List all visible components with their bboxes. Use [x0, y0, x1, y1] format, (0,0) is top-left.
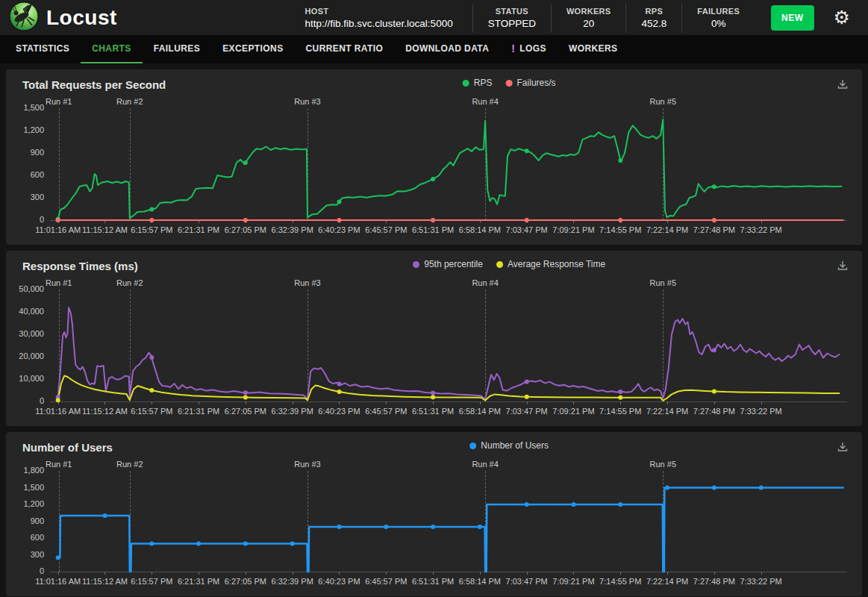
x-axis-label: 6:45:57 PM	[365, 407, 407, 416]
x-axis-label: 11:01:16 AM	[35, 577, 81, 586]
tab-charts[interactable]: CHARTS	[81, 35, 142, 63]
header-stats: STATUSSTOPPEDWORKERS20RPS452.8FAILURES0%	[472, 4, 755, 32]
axis-tick	[480, 401, 481, 404]
run-label: Run #4	[472, 97, 498, 106]
x-axis-label: 6:27:05 PM	[225, 577, 266, 586]
tab-exceptions[interactable]: EXCEPTIONS	[211, 35, 294, 63]
series-marker	[196, 542, 201, 546]
axis-tick	[386, 401, 387, 404]
x-axis-label: 6:51:31 PM	[412, 577, 454, 586]
x-axis-label: 7:27:48 PM	[693, 407, 735, 416]
x-axis-label: 6:58:14 PM	[459, 225, 501, 234]
axis-tick	[527, 401, 528, 404]
y-axis-label: 10,000	[5, 374, 44, 383]
tab-label: CURRENT RATIO	[306, 43, 384, 54]
y-axis-label: 300	[5, 550, 44, 559]
stat-value: STOPPED	[488, 18, 536, 29]
x-axis-label: 6:40:23 PM	[318, 577, 360, 586]
tab-label: CHARTS	[92, 43, 131, 54]
series-marker	[431, 218, 435, 222]
tab-current-ratio[interactable]: CURRENT RATIO	[295, 35, 395, 63]
tab-failures[interactable]: FAILURES	[143, 35, 212, 63]
legend-label: RPS	[474, 78, 493, 88]
series-marker	[290, 542, 295, 546]
axis-tick	[58, 572, 59, 575]
download-icon	[837, 78, 849, 90]
run-label: Run #2	[116, 97, 143, 106]
stat-block-failures: FAILURES0%	[681, 4, 755, 32]
y-axis-label: 1,500	[5, 483, 44, 492]
legend-item-average-response-time[interactable]: Average Response Time	[496, 259, 605, 269]
tab-label: WORKERS	[569, 43, 617, 54]
settings-gear-icon[interactable]: ⚙	[834, 8, 850, 27]
legend-item-number-of-users[interactable]: Number of Users	[469, 440, 549, 451]
y-axis-label: 900	[5, 148, 44, 157]
main-nav: STATISTICSCHARTSFAILURESEXCEPTIONSCURREN…	[0, 35, 868, 63]
x-axis-label: 7:27:48 PM	[693, 577, 735, 586]
series-line-number-of-users	[58, 488, 843, 572]
legend-swatch-icon	[413, 261, 419, 268]
run-label: Run #3	[294, 97, 320, 106]
series-marker	[759, 486, 764, 490]
download-chart-button[interactable]	[835, 258, 850, 275]
tab-label: DOWNLOAD DATA	[405, 43, 489, 54]
series-marker	[337, 382, 342, 387]
x-axis-label: 7:22:14 PM	[646, 577, 688, 586]
x-axis-label: 6:21:31 PM	[178, 577, 219, 586]
legend-swatch-icon	[506, 80, 513, 87]
tab-label: FAILURES	[154, 43, 201, 54]
series-marker	[525, 379, 529, 384]
stat-label: RPS	[641, 7, 666, 16]
axis-tick	[246, 401, 246, 404]
axis-tick	[667, 401, 668, 404]
charts-page: Total Requests per Second RPSFailures/s …	[0, 63, 868, 597]
series-marker	[337, 390, 342, 394]
brand: Locust	[9, 1, 117, 34]
axis-tick	[293, 572, 293, 575]
series-marker	[149, 207, 154, 212]
legend-item-rps[interactable]: RPS	[463, 78, 493, 88]
axis-tick	[433, 572, 434, 575]
legend-label: Number of Users	[481, 440, 549, 451]
series-marker	[103, 513, 107, 518]
legend-item-95th-percentile[interactable]: 95th percentile	[413, 259, 483, 269]
x-axis-label: 6:40:23 PM	[318, 225, 360, 234]
run-label: Run #3	[294, 278, 320, 287]
y-axis-label: 1,200	[5, 499, 44, 508]
chart-legend: 95th percentileAverage Response Time	[413, 259, 605, 269]
download-chart-button[interactable]	[835, 440, 850, 457]
axis-tick	[152, 572, 152, 575]
tab-logs[interactable]: !LOGS	[500, 35, 558, 63]
series-marker	[243, 542, 248, 546]
x-axis-label: 11:15:12 AM	[82, 225, 128, 234]
axis-tick	[761, 572, 762, 575]
tab-workers[interactable]: WORKERS	[558, 35, 628, 63]
axis-tick	[714, 401, 715, 404]
tab-download-data[interactable]: DOWNLOAD DATA	[394, 35, 500, 63]
series-marker	[243, 390, 248, 395]
x-axis-label: 7:03:47 PM	[506, 225, 548, 234]
axis-tick	[246, 572, 246, 575]
stat-block-rps: RPS452.8	[625, 4, 681, 32]
series-marker	[337, 199, 342, 204]
x-axis-label: 6:51:31 PM	[412, 407, 454, 416]
legend-swatch-icon	[496, 261, 503, 268]
axis-tick	[433, 401, 434, 404]
chart-canvas	[50, 471, 847, 572]
download-chart-button[interactable]	[835, 77, 850, 94]
legend-label: Average Response Time	[508, 259, 605, 269]
x-axis-label: 7:03:47 PM	[506, 577, 548, 586]
x-axis-label: 7:22:14 PM	[646, 225, 688, 234]
x-axis-label: 7:09:21 PM	[552, 407, 594, 416]
axis-tick	[761, 401, 762, 404]
axis-tick	[104, 572, 105, 575]
chart-panel-number-of-users: Number of Users Number of Users 03006009…	[6, 432, 862, 596]
host-info: HOST http://fib.fib.svc.cluster.local:50…	[305, 7, 472, 29]
series-marker	[665, 486, 669, 490]
new-test-button[interactable]: NEW	[771, 5, 814, 31]
tab-statistics[interactable]: STATISTICS	[4, 35, 81, 63]
legend-item-failures-s[interactable]: Failures/s	[506, 78, 556, 88]
series-marker	[618, 158, 622, 163]
x-axis-label: 7:33:22 PM	[740, 407, 782, 416]
plot-area: 03006009001,2001,5001,80011:01:16 AM11:1…	[50, 471, 847, 572]
